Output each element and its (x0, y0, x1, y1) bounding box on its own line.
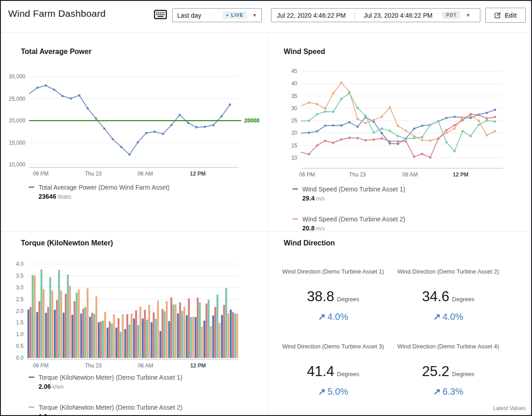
svg-text:40: 40 (291, 80, 298, 87)
chevron-down-icon: ▼ (252, 13, 257, 18)
svg-text:0.5: 0.5 (16, 343, 24, 349)
trend-up-icon: ↗ (318, 387, 326, 396)
legend-item: Wind Speed (Demo Turbine Asset 1)29.4 m/… (292, 185, 405, 203)
legend-unit: m/s (314, 196, 325, 202)
legend-item: Torque (KiloNewton Meter) (Demo Turbine … (29, 373, 182, 392)
kpi-trend-percent: 5.0% (328, 387, 348, 396)
live-label: LIVE (231, 13, 243, 18)
svg-text:20000: 20000 (244, 117, 260, 124)
kpi-value: 34.6 (422, 289, 449, 304)
kpi-value: 38.8 (307, 289, 334, 304)
wind-speed-chart[interactable]: 454035302520151006 PMThu 2306 AM12 PM (273, 63, 531, 181)
kpi-cell: Wind Direction (Demo Turbine Asset 3)41.… (279, 342, 387, 397)
header: Wind Farm Dashboard Last day ●LIVE ▼ Jul… (1, 1, 531, 33)
keyboard-shortcuts-button[interactable] (153, 9, 168, 21)
chevron-down-icon: ▼ (466, 13, 470, 18)
kpi-cell: Wind Direction (Demo Turbine Asset 1)38.… (279, 267, 387, 322)
chart-legend: Total Average Power (Demo Wind Farm Asse… (29, 183, 169, 213)
legend-swatch (292, 218, 298, 220)
legend-label: Wind Speed (Demo Turbine Asset 2) (302, 215, 405, 224)
panel-title: Wind Direction (284, 239, 335, 247)
edit-button[interactable]: Edit (485, 8, 526, 23)
svg-text:1.5: 1.5 (16, 319, 24, 326)
live-dot-icon: ● (226, 14, 229, 17)
legend-swatch (29, 406, 34, 408)
svg-text:12 PM: 12 PM (453, 171, 469, 178)
legend-latest-value: 2.06 kNm (39, 382, 182, 392)
timeframe-label: Last day (177, 12, 201, 19)
kpi-value: 41.4 (307, 363, 334, 379)
panel-title: Total Average Power (21, 48, 92, 56)
total-average-power-chart[interactable]: 30,00025,00020,00015,00010,00006 PMThu 2… (9, 63, 263, 179)
kpi-trend: ↗6.3% (394, 386, 503, 397)
panel-torque: Torque (KiloNewton Meter) 4.03.53.02.52.… (1, 232, 268, 416)
chart-legend: Wind Speed (Demo Turbine Asset 1)29.4 m/… (292, 185, 405, 231)
kpi-trend-percent: 6.3% (443, 387, 464, 396)
trend-up-icon: ↗ (433, 312, 441, 322)
legend-swatch (292, 188, 298, 190)
legend-item: Total Average Power (Demo Wind Farm Asse… (29, 183, 169, 201)
legend-latest-value: 29.4 m/s (302, 194, 405, 203)
svg-text:0.0: 0.0 (16, 355, 24, 361)
svg-text:45: 45 (291, 68, 298, 74)
svg-text:Thu 23: Thu 23 (85, 171, 102, 177)
svg-text:20,000: 20,000 (9, 117, 25, 124)
timezone-badge: PDT (442, 11, 460, 19)
timeframe-select[interactable]: Last day ●LIVE ▼ (172, 8, 262, 22)
svg-text:1.0: 1.0 (16, 331, 24, 338)
kpi-label: Wind Direction (Demo Turbine Asset 4) (394, 342, 503, 360)
kpi-trend-percent: 4.0% (328, 312, 348, 322)
svg-text:3.5: 3.5 (16, 273, 24, 279)
legend-swatch (29, 377, 34, 378)
svg-text:Thu 23: Thu 23 (85, 362, 102, 369)
kpi-trend: ↗5.0% (279, 386, 387, 397)
legend-label: Total Average Power (Demo Wind Farm Asse… (39, 183, 169, 192)
threshold-line: 20000 (29, 117, 260, 124)
legend-label: Torque (KiloNewton Meter) (Demo Turbine … (39, 373, 182, 382)
legend-unit: kNm (51, 384, 63, 390)
kpi-unit: Degrees (452, 371, 474, 377)
kpi-value-row: 25.2Degrees (394, 362, 503, 383)
legend-item: Wind Speed (Demo Turbine Asset 2)20.8 m/… (292, 215, 405, 231)
svg-text:15,000: 15,000 (9, 140, 25, 146)
kpi-label: Wind Direction (Demo Turbine Asset 1) (279, 267, 387, 285)
svg-text:35: 35 (291, 93, 298, 99)
svg-text:15: 15 (291, 142, 298, 149)
panel-wind-speed: Wind Speed 454035302520151006 PMThu 2306… (269, 33, 532, 231)
kpi-unit: Degrees (452, 296, 474, 303)
kpi-unit: Degrees (337, 371, 359, 377)
panel-title: Wind Speed (284, 48, 325, 56)
edit-label: Edit (505, 12, 517, 19)
chart-legend: Torque (KiloNewton Meter) (Demo Turbine … (29, 373, 182, 416)
series-bars (28, 269, 238, 358)
torque-chart[interactable]: 4.03.53.02.52.01.51.00.50.006 PMThu 2306… (9, 259, 264, 375)
svg-text:06 AM: 06 AM (137, 171, 153, 177)
kpi-value-row: 41.4Degrees (279, 362, 387, 383)
wind-farm-dashboard: Wind Farm Dashboard Last day ●LIVE ▼ Jul… (0, 0, 532, 416)
series-line (29, 84, 231, 156)
legend-swatch (29, 186, 34, 188)
svg-text:06 AM: 06 AM (402, 171, 418, 178)
end-date: Jul 23, 2020 4:46:22 PM (364, 12, 433, 19)
edit-icon (494, 12, 501, 19)
svg-text:06 PM: 06 PM (299, 171, 315, 178)
svg-text:06 AM: 06 AM (138, 362, 153, 369)
panel-title: Torque (KiloNewton Meter) (21, 239, 113, 247)
svg-text:06 PM: 06 PM (33, 171, 49, 177)
svg-text:Thu 23: Thu 23 (349, 171, 366, 178)
svg-text:12 PM: 12 PM (190, 362, 206, 369)
svg-text:30: 30 (291, 105, 298, 112)
kpi-cell: Wind Direction (Demo Turbine Asset 2)34.… (394, 267, 503, 322)
kpi-trend: ↗4.0% (279, 311, 387, 322)
trend-up-icon: ↗ (318, 312, 326, 322)
svg-text:10: 10 (291, 155, 298, 161)
date-range-picker[interactable]: Jul 22, 2020 4:46:22 PM | Jul 23, 2020 4… (271, 8, 480, 22)
live-badge: ●LIVE (223, 11, 247, 19)
kpi-value: 25.2 (422, 363, 449, 379)
kpi-unit: Degrees (337, 296, 359, 303)
panel-wind-direction: Wind Direction Wind Direction (Demo Turb… (269, 232, 532, 416)
svg-text:30,000: 30,000 (9, 73, 25, 80)
svg-text:10,000: 10,000 (9, 162, 25, 168)
legend-unit: m/s (314, 225, 325, 231)
legend-label: Torque (KiloNewton Meter) (Demo Turbine … (39, 403, 182, 412)
